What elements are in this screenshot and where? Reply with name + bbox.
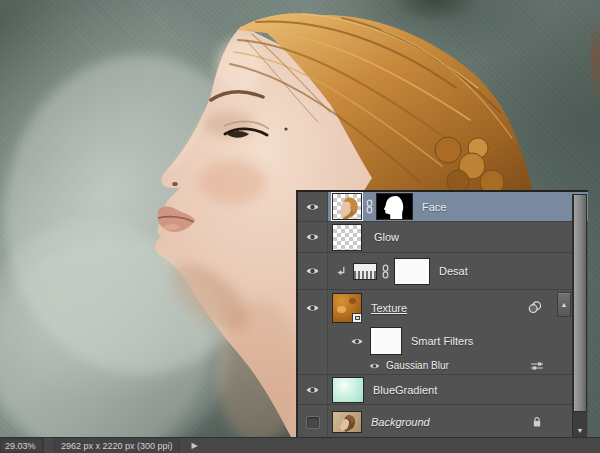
hidden-eye-icon [306,416,320,429]
link-icon [381,264,390,279]
status-bar: 29.03% 2962 px x 2220 px (300 ppi) ▶ [0,437,600,453]
visibility-eye-toggle[interactable] [298,253,328,289]
layer-row-bluegradient[interactable]: BlueGradient [298,375,588,405]
visibility-eye-toggle[interactable] [298,222,328,252]
layer-row-face[interactable]: Face [298,192,588,222]
visibility-eye-toggle[interactable] [298,290,328,325]
layer-mask-thumbnail[interactable] [376,193,413,220]
link-icon [365,199,374,214]
eye-icon [305,385,320,395]
lock-icon [532,416,542,428]
filter-name: Gaussian Blur [386,360,449,371]
layer-name: Face [422,201,446,213]
gaussian-blur-row[interactable]: Gaussian Blur [298,357,588,375]
eye-icon [305,202,320,212]
layer-name: BlueGradient [373,384,437,396]
eye-icon [305,303,320,313]
filter-options-icon[interactable] [530,361,544,371]
smart-filter-icon[interactable] [528,301,542,314]
visibility-eye-toggle[interactable] [298,405,328,439]
layer-thumbnail[interactable] [332,193,362,220]
eye-icon [305,232,320,242]
layer-row-background[interactable]: Background [298,405,588,439]
layer-row-glow[interactable]: Glow [298,222,588,253]
layer-mask-thumbnail[interactable] [394,258,430,285]
layer-name: Background [371,416,430,428]
layer-name: Texture [371,302,407,314]
layer-row-texture[interactable]: Texture [298,290,588,325]
visibility-eye-toggle[interactable] [298,375,328,404]
adjustment-layer-icon[interactable] [353,263,377,280]
document-info[interactable]: 2962 px x 2220 px (300 ppi) [54,438,180,453]
smart-filters-label: Smart Filters [411,335,473,347]
zoom-level-field[interactable]: 29.03% [0,438,44,453]
visibility-eye-toggle[interactable] [298,192,328,221]
layer-thumbnail[interactable] [332,377,364,403]
panel-scrollbar[interactable]: ▼ [572,194,587,437]
smart-filters-row[interactable]: Smart Filters [298,325,588,357]
status-menu-arrow-icon[interactable]: ▶ [192,441,198,450]
smart-object-badge-icon [352,313,362,323]
layer-thumbnail[interactable] [332,411,362,433]
empty-eye-cell[interactable] [298,357,328,374]
layer-name: Desat [439,265,468,277]
visibility-eye-toggle[interactable] [350,337,364,346]
layer-name: Glow [374,231,399,243]
clipping-mask-icon [336,266,347,277]
smart-object-thumbnail[interactable] [332,293,362,323]
eye-icon [368,362,381,370]
scrollbar-thumb[interactable] [573,194,587,412]
photoshop-window: Face Glow [0,0,600,453]
visibility-eye-toggle[interactable] [368,362,381,370]
layer-row-desat[interactable]: Desat [298,253,588,290]
layer-thumbnail[interactable] [332,224,362,251]
eye-icon [305,266,320,276]
layers-panel: Face Glow [296,190,588,437]
filter-mask-thumbnail[interactable] [370,327,402,355]
empty-eye-cell[interactable] [298,325,328,357]
scroll-down-button[interactable]: ▼ [573,424,587,437]
eye-icon [350,337,364,346]
scroll-up-button[interactable]: ▲ [557,292,571,317]
